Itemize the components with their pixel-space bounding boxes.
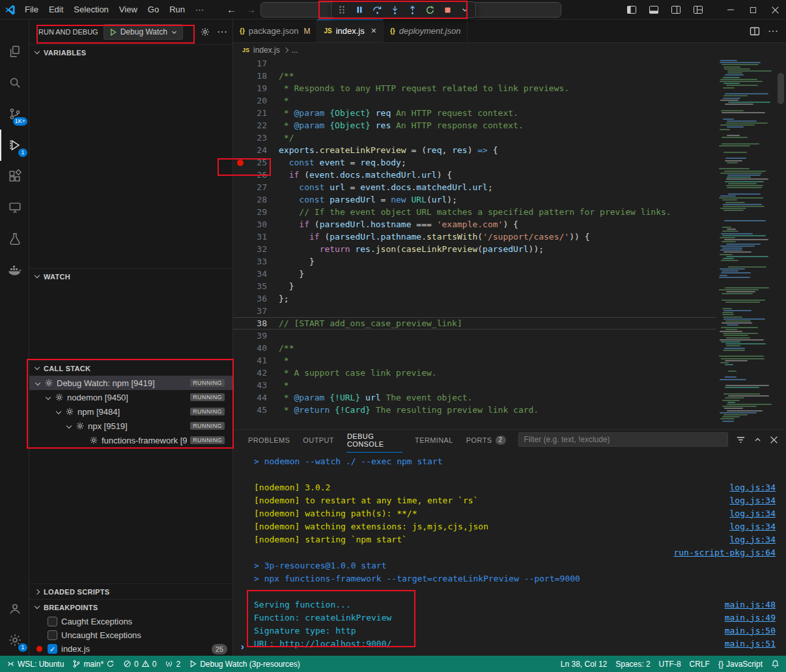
source-link[interactable]: log.js:34: [730, 496, 776, 505]
code-line-35[interactable]: 35 }: [233, 280, 716, 292]
chevron-up-icon[interactable]: [753, 436, 762, 444]
source-link[interactable]: run-script-pkg.js:64: [673, 548, 776, 557]
code-line-43[interactable]: 43 *: [233, 379, 716, 391]
problems-indicator[interactable]: 0 0: [123, 660, 156, 669]
explorer-icon[interactable]: [0, 36, 29, 67]
chevron-down-icon[interactable]: [46, 395, 51, 400]
code-line-24[interactable]: 24exports.createLinkPreview = (req, res)…: [233, 144, 716, 156]
call-stack-item[interactable]: nodemon [9450]RUNNING: [29, 390, 232, 404]
source-link[interactable]: main.js:49: [725, 613, 776, 623]
code-line-38[interactable]: 38// [START add_ons_case_preview_link]: [233, 317, 716, 329]
checkbox[interactable]: [48, 617, 57, 626]
code-line-29[interactable]: 29 // If the event object URL matches a …: [233, 206, 716, 218]
panel-tab-terminal[interactable]: TERMINAL: [414, 431, 454, 448]
minimize-icon[interactable]: [720, 0, 742, 20]
variables-section-header[interactable]: VARIABLES: [29, 44, 232, 60]
maximize-icon[interactable]: [742, 0, 764, 20]
minimap[interactable]: [716, 57, 776, 429]
code-line-27[interactable]: 27 const url = event.docs.matchedUrl.url…: [233, 181, 716, 193]
code-line-33[interactable]: 33 }: [233, 255, 716, 268]
code-line-34[interactable]: 34 }: [233, 268, 716, 280]
code-line-25[interactable]: 25 const event = req.body;: [233, 156, 716, 169]
code-line-23[interactable]: 23 */: [233, 132, 716, 144]
call-stack-item[interactable]: functions-framework [954...RUNNING: [29, 433, 232, 447]
step-over-icon[interactable]: [369, 3, 385, 17]
code-line-30[interactable]: 30 if (parsedUrl.hostname === 'example.c…: [233, 218, 716, 231]
stop-icon[interactable]: [440, 3, 455, 17]
panel-tab-ports[interactable]: PORTS2: [466, 430, 507, 449]
code-line-37[interactable]: 37: [233, 305, 716, 317]
settings-gear-icon[interactable]: 1: [0, 624, 29, 656]
encoding-indicator[interactable]: UTF-8: [659, 660, 681, 669]
call-stack-item[interactable]: npm [9484]RUNNING: [29, 404, 232, 419]
breakpoints-section-header[interactable]: BREAKPOINTS: [29, 599, 232, 615]
breakpoint-item[interactable]: Caught Exceptions: [29, 615, 232, 628]
editor-scrollbar[interactable]: [778, 73, 784, 104]
menu-selection[interactable]: Selection: [68, 0, 113, 20]
customize-layout-icon[interactable]: [687, 0, 709, 20]
code-line-21[interactable]: 21 * @param {Object} req An HTTP request…: [233, 107, 716, 119]
tab-index.js[interactable]: JSindex.js×: [317, 20, 384, 42]
menu-go[interactable]: Go: [143, 0, 164, 20]
filter-lines-icon[interactable]: [736, 435, 746, 445]
checkbox[interactable]: [48, 630, 57, 640]
step-into-icon[interactable]: [387, 3, 402, 17]
code-line-28[interactable]: 28 const parsedUrl = new URL(url);: [233, 193, 716, 206]
chevron-down-icon[interactable]: [56, 409, 61, 414]
git-branch-indicator[interactable]: main*: [72, 660, 115, 669]
code-line-41[interactable]: 41 *: [233, 354, 716, 367]
console-filter-input[interactable]: [518, 432, 728, 447]
close-tab-icon[interactable]: ×: [371, 25, 376, 36]
menu-edit[interactable]: Edit: [44, 0, 68, 20]
call-stack-section-header[interactable]: CALL STACK: [29, 360, 232, 376]
breakpoint-gutter[interactable]: [233, 160, 247, 166]
toggle-primary-sidebar-icon[interactable]: [621, 0, 643, 20]
call-stack-item[interactable]: Debug Watch: npm [9419]RUNNING: [29, 376, 232, 390]
tab-deployment.json[interactable]: {}deployment.json: [384, 20, 468, 42]
source-link[interactable]: log.js:34: [730, 483, 776, 492]
toggle-secondary-sidebar-icon[interactable]: [665, 0, 687, 20]
call-stack-item[interactable]: npx [9519]RUNNING: [29, 419, 232, 433]
restart-icon[interactable]: [422, 3, 438, 17]
debug-settings-gear-icon[interactable]: [200, 27, 210, 37]
toggle-panel-icon[interactable]: [643, 0, 665, 20]
code-line-31[interactable]: 31 if (parsedUrl.pathname.startsWith('/s…: [233, 231, 716, 243]
docker-icon[interactable]: [0, 255, 29, 286]
code-line-32[interactable]: 32 return res.json(caseLinkPreview(parse…: [233, 243, 716, 255]
breadcrumb-symbol[interactable]: ...: [292, 46, 298, 55]
code-line-44[interactable]: 44 * @param {!URL} url The event object.: [233, 391, 716, 404]
code-area[interactable]: 1718/**19 * Responds to any HTTP request…: [233, 57, 716, 429]
panel-tab-problems[interactable]: PROBLEMS: [247, 431, 290, 448]
code-line-42[interactable]: 42 * A support case link preview.: [233, 367, 716, 379]
language-indicator[interactable]: {}JavaScript: [718, 660, 763, 669]
breadcrumb[interactable]: JS index.js ...: [233, 43, 786, 57]
source-link[interactable]: log.js:34: [730, 535, 776, 544]
cursor-position[interactable]: Ln 38, Col 12: [561, 660, 607, 669]
breadcrumb-file[interactable]: index.js: [253, 46, 280, 55]
menu-run[interactable]: Run: [164, 0, 190, 20]
navigate-back-icon[interactable]: ←: [227, 0, 236, 20]
testing-icon[interactable]: [0, 223, 29, 255]
code-line-40[interactable]: 40/**: [233, 342, 716, 354]
menu-view[interactable]: View: [114, 0, 143, 20]
ports-indicator[interactable]: 2: [165, 660, 180, 669]
console-input-chevron-icon[interactable]: ›: [241, 641, 244, 652]
code-line-22[interactable]: 22 * @param {Object} res An HTTP respons…: [233, 119, 716, 132]
tab-package.json[interactable]: {}package.jsonM: [233, 20, 317, 42]
run-and-debug-icon[interactable]: 1: [0, 130, 29, 161]
code-line-17[interactable]: 17: [233, 57, 716, 70]
indentation-indicator[interactable]: Spaces: 2: [615, 660, 650, 669]
code-line-19[interactable]: 19 * Responds to any HTTP request relate…: [233, 82, 716, 94]
watch-section-header[interactable]: WATCH: [29, 268, 232, 284]
chevron-down-icon[interactable]: [35, 380, 40, 385]
editor-more-actions-icon[interactable]: ···: [768, 25, 778, 37]
source-link[interactable]: log.js:34: [730, 509, 776, 518]
notifications-bell-icon[interactable]: [771, 660, 779, 668]
breakpoint-item[interactable]: ✓index.js25: [29, 642, 232, 656]
split-editor-icon[interactable]: [750, 26, 760, 36]
breakpoint-item[interactable]: Uncaught Exceptions: [29, 628, 232, 642]
menu-file[interactable]: File: [20, 0, 44, 20]
close-panel-icon[interactable]: [770, 436, 778, 444]
close-window-icon[interactable]: [764, 0, 786, 20]
source-link[interactable]: main.js:50: [725, 626, 776, 636]
